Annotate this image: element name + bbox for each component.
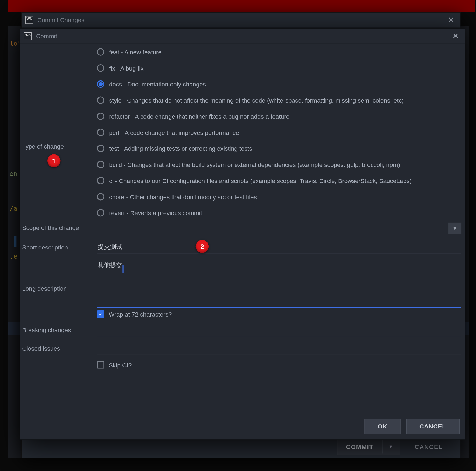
outer-title: Commit Changes	[37, 16, 85, 23]
bg-token: en	[10, 170, 18, 178]
checkbox-icon: ✓	[97, 361, 104, 368]
radio-label: ci - Changes to our CI configuration fil…	[109, 177, 411, 184]
long-text-display: 其他提交	[98, 262, 122, 269]
ok-button[interactable]: OK	[364, 419, 401, 434]
scope-input[interactable]	[97, 223, 449, 235]
webstorm-icon: WS	[25, 16, 33, 24]
closed-issues-input[interactable]	[97, 343, 461, 355]
scope-field-wrap: ▼	[97, 223, 461, 235]
scope-dropdown-button[interactable]: ▼	[448, 223, 461, 234]
type-radio-test[interactable]: test - Adding missing tests or correctin…	[97, 145, 461, 152]
long-description-input[interactable]	[97, 260, 461, 308]
annotation-badge-2: 2	[196, 240, 209, 253]
radio-label: perf - A code change that improves perfo…	[109, 129, 239, 136]
radio-icon	[97, 80, 104, 88]
radio-label: refactor - A code change that neither fi…	[109, 113, 289, 120]
radio-label: build - Changes that affect the build sy…	[109, 161, 400, 168]
commit-dialog: WS Commit ✕ Type of change 1 feat - A ne…	[20, 28, 465, 440]
cancel-button[interactable]: CANCEL	[406, 419, 460, 434]
radio-icon	[97, 97, 104, 104]
radio-icon	[97, 145, 104, 152]
type-radio-ci[interactable]: ci - Changes to our CI configuration fil…	[97, 177, 461, 184]
wrap72-checkbox[interactable]: ✓ Wrap at 72 characters?	[97, 310, 461, 318]
label-breaking-changes: Breaking changes	[22, 324, 97, 333]
radio-icon	[97, 193, 104, 200]
inner-title: Commit	[36, 33, 57, 40]
chevron-down-icon[interactable]: ▼	[382, 440, 399, 453]
skip-ci-checkbox[interactable]: ✓ Skip CI?	[97, 361, 461, 368]
commit-button[interactable]: COMMIT ▼	[337, 438, 400, 455]
editor-red-strip	[8, 0, 475, 12]
radio-label: docs - Documentation only changes	[109, 81, 206, 88]
label-type-of-change: Type of change 1	[22, 47, 97, 150]
wrap72-label: Wrap at 72 characters?	[109, 311, 172, 318]
commit-button-label: COMMIT	[337, 439, 382, 454]
inner-titlebar[interactable]: WS Commit ✕	[20, 29, 465, 44]
type-radio-feat[interactable]: feat - A new feature	[97, 48, 461, 55]
radio-icon	[97, 129, 104, 136]
inner-footer: OK CANCEL	[20, 414, 465, 439]
outer-titlebar[interactable]: WS Commit Changes ✕	[22, 13, 460, 28]
bg-token: /a	[10, 205, 18, 213]
label-long-description: Long description	[22, 260, 97, 292]
radio-icon	[97, 113, 104, 120]
label-closed-issues: Closed issues	[22, 343, 97, 352]
type-radio-docs[interactable]: docs - Documentation only changes	[97, 80, 461, 88]
label-short-description: Short description	[22, 241, 97, 251]
type-radio-refactor[interactable]: refactor - A code change that neither fi…	[97, 113, 461, 120]
type-radio-perf[interactable]: perf - A code change that improves perfo…	[97, 129, 461, 136]
bg-token: lo"	[10, 40, 22, 47]
radio-label: feat - A new feature	[109, 48, 162, 55]
radio-icon	[97, 209, 104, 216]
annotation-badge-1: 1	[47, 154, 60, 167]
radio-label: chore - Other changes that don't modify …	[109, 193, 257, 200]
bg-token: .e	[10, 252, 18, 260]
webstorm-icon: WS	[24, 32, 32, 40]
breaking-changes-input[interactable]	[97, 324, 461, 336]
checkbox-icon: ✓	[97, 310, 104, 318]
commit-changes-window: WS Commit Changes ✕ COMMIT ▼ CANCEL WS C…	[21, 12, 460, 458]
type-radio-revert[interactable]: revert - Reverts a previous commit	[97, 209, 461, 216]
type-radio-chore[interactable]: chore - Other changes that don't modify …	[97, 193, 461, 200]
radio-icon	[97, 177, 104, 184]
radio-label: fix - A bug fix	[109, 65, 144, 72]
close-icon[interactable]: ✕	[450, 31, 461, 41]
cancel-button-outer[interactable]: CANCEL	[406, 439, 452, 454]
radio-icon	[97, 48, 104, 55]
radio-label: test - Adding missing tests or correctin…	[109, 145, 252, 152]
type-radio-style[interactable]: style - Changes that do not affect the m…	[97, 97, 461, 104]
close-icon[interactable]: ✕	[445, 15, 457, 25]
label-scope: Scope of this change	[22, 223, 97, 231]
skip-ci-label: Skip CI?	[109, 361, 132, 368]
radio-label: revert - Reverts a previous commit	[109, 209, 202, 216]
short-description-input[interactable]	[97, 241, 461, 254]
type-radio-fix[interactable]: fix - A bug fix	[97, 64, 461, 72]
radio-icon	[97, 64, 104, 72]
radio-label: style - Changes that do not affect the m…	[109, 97, 404, 104]
radio-icon	[97, 161, 104, 168]
type-radio-build[interactable]: build - Changes that affect the build sy…	[97, 161, 461, 168]
type-radio-group: feat - A new featurefix - A bug fixdocs …	[97, 47, 461, 216]
